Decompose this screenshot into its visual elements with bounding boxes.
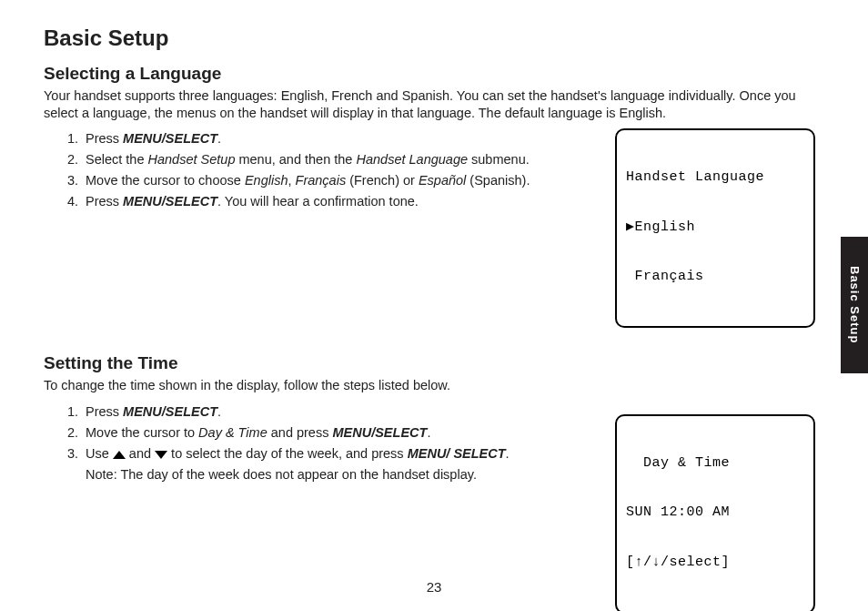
text: (Spanish).: [466, 173, 530, 188]
text: .: [217, 404, 221, 419]
text: menu, and then the: [235, 152, 356, 167]
text-italic: Español: [419, 173, 466, 188]
time-steps-list-a: Press MENU/SELECT. Move the cursor to Da…: [44, 403, 597, 484]
text: Select the: [86, 152, 148, 167]
list-item: Press MENU/SELECT. You will hear a confi…: [82, 193, 597, 210]
text: Press: [86, 404, 123, 419]
text-bold-italic: MENU/ SELECT: [408, 446, 506, 461]
lcd-screen-language: Handset Language ▶English Français: [615, 128, 815, 328]
triangle-up-icon: [113, 451, 126, 459]
list-item: Select the Handset Setup menu, and then …: [82, 151, 597, 168]
section-language-body: Press MENU/SELECT. Select the Handset Se…: [44, 128, 815, 328]
section-time-intro: To change the time shown in the display,…: [44, 377, 815, 394]
side-tab-label: Basic Setup: [848, 266, 862, 343]
text-italic: Handset Setup: [148, 152, 236, 167]
list-item: Move the cursor to choose English, Franç…: [82, 172, 597, 189]
lcd-line: [↑/↓/select]: [626, 555, 804, 571]
text: .: [217, 131, 221, 146]
text: ,: [288, 173, 295, 188]
lcd-line: Français: [626, 269, 804, 285]
text-bold-italic: MENU/SELECT: [332, 425, 427, 440]
list-item: Press MENU/SELECT.: [82, 130, 597, 148]
text: .: [427, 425, 430, 440]
text: (French) or: [346, 173, 419, 188]
text: Press: [86, 131, 123, 146]
triangle-down-icon: [155, 451, 167, 459]
text-bold-italic: MENU/SELECT: [123, 194, 217, 209]
lcd-line: ▶English: [626, 219, 804, 236]
document-page: Basic Setup Selecting a Language Your ha…: [0, 0, 868, 611]
text: submenu.: [468, 152, 530, 167]
text: and press: [267, 425, 333, 440]
text: to select the day of the week, and press: [167, 446, 408, 461]
lcd-line: Day & Time: [626, 455, 804, 472]
text-italic: Handset Language: [356, 152, 468, 167]
text: Move the cursor to: [86, 425, 198, 440]
text: Use: [86, 446, 113, 461]
list-item: Move the cursor to Day & Time and press …: [82, 424, 597, 442]
text-italic: Day & Time: [198, 425, 267, 440]
section-language-intro: Your handset supports three languages: E…: [44, 87, 815, 121]
page-title: Basic Setup: [44, 25, 815, 51]
text-italic: Français: [296, 173, 347, 188]
section-heading-time: Setting the Time: [44, 353, 815, 373]
list-item: Press MENU/SELECT.: [82, 403, 597, 421]
section-heading-language: Selecting a Language: [44, 64, 815, 84]
lcd-line: SUN 12:00 AM: [626, 504, 804, 521]
language-steps-list: Press MENU/SELECT. Select the Handset Se…: [44, 130, 597, 211]
page-number: 23: [0, 579, 868, 595]
text-bold-italic: MENU/SELECT: [123, 131, 217, 146]
text-italic: English: [245, 173, 288, 188]
text: and: [126, 446, 155, 461]
step-note: Note: The day of the week does not appea…: [86, 466, 597, 484]
text: Press: [86, 194, 123, 209]
text: Move the cursor to choose: [86, 173, 245, 188]
side-tab: Basic Setup: [841, 237, 868, 373]
text: . You will hear a confirmation tone.: [217, 194, 419, 209]
text: .: [506, 446, 510, 461]
list-item: Use and to select the day of the week, a…: [82, 445, 597, 484]
lcd-line: Handset Language: [626, 169, 804, 186]
text-bold-italic: MENU/SELECT: [123, 404, 217, 419]
